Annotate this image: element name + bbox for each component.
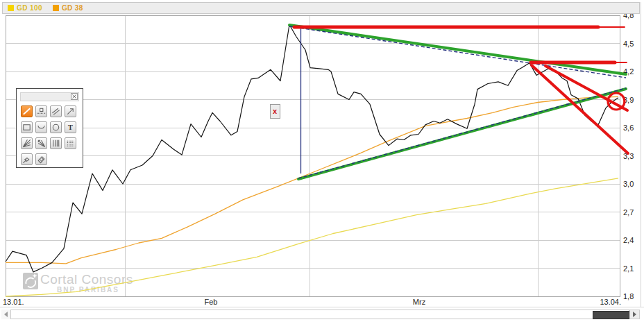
- legend-label: GD 100: [17, 4, 42, 12]
- palette-close-icon[interactable]: [71, 93, 78, 100]
- y-axis-label: 2,1: [623, 264, 634, 273]
- arc-tool-button[interactable]: [35, 121, 47, 133]
- legend-label: GD 38: [62, 4, 83, 12]
- parallel-channel-tool-button[interactable]: [50, 105, 62, 117]
- y-axis-label: 2,7: [623, 208, 634, 217]
- x-axis-label: 13.01.: [3, 298, 24, 306]
- rectangle-icon: [22, 122, 32, 133]
- x-marker-label: x: [273, 107, 278, 115]
- x-axis-label: Feb: [205, 298, 218, 306]
- fan-lines-tool-button[interactable]: [21, 137, 33, 149]
- eraser-tool-button[interactable]: [35, 153, 47, 165]
- scroll-left-button[interactable]: [1, 310, 10, 319]
- trend-arrow-tool-button[interactable]: [65, 105, 76, 117]
- arrow-fan-tool-button[interactable]: [35, 137, 47, 149]
- rectangle-tool-button[interactable]: [21, 121, 33, 133]
- delete-drawing-tool-button[interactable]: [21, 153, 33, 165]
- y-axis-label: 2,4: [623, 236, 634, 244]
- ellipse-icon: [51, 122, 61, 133]
- delete-drawing-icon: [22, 154, 32, 164]
- horizontal-line-tool-button[interactable]: [35, 105, 47, 117]
- x-axis-label: Mrz: [413, 298, 425, 306]
- drawing-toolbar-palette[interactable]: T: [16, 88, 83, 168]
- text-icon: T: [65, 122, 76, 133]
- ellipse-tool-button[interactable]: [50, 121, 62, 133]
- legend-item: GD 100: [8, 4, 42, 12]
- tool-grid: T: [21, 105, 76, 165]
- text-tool-button[interactable]: T: [65, 121, 76, 133]
- trend-line-tool-button[interactable]: [21, 105, 33, 117]
- palette-titlebar[interactable]: [20, 92, 79, 101]
- right-arrow-icon: [633, 312, 636, 317]
- horizontal-scrollbar[interactable]: [1, 310, 640, 319]
- chart-canvas[interactable]: Cortal ConsorsBNP PARIBAS4,84,54,23,93,6…: [0, 0, 644, 308]
- arrow-fan-icon: [36, 138, 46, 149]
- y-axis-label: 1,8: [623, 292, 634, 300]
- vertical-lines-tool-button[interactable]: [50, 137, 62, 149]
- grid-tool-button[interactable]: [65, 137, 76, 149]
- trend-line-icon: [22, 106, 32, 117]
- eraser-icon: [36, 154, 46, 164]
- y-axis-label: 3,0: [623, 180, 634, 188]
- arc-icon: [36, 122, 46, 133]
- legend-item: GD 38: [53, 4, 83, 12]
- legend-swatch-icon: [8, 5, 14, 11]
- watermark-brand: Cortal Consors: [40, 272, 133, 287]
- chart-legend: GD 100GD 38: [2, 2, 640, 14]
- legend-swatch-icon: [53, 5, 59, 11]
- fan-lines-icon: [22, 138, 32, 149]
- grid-icon: [65, 138, 76, 149]
- parallel-channel-icon: [51, 106, 61, 117]
- scrollbar-track[interactable]: [10, 310, 629, 319]
- vertical-lines-icon: [51, 138, 61, 149]
- scrollbar-thumb[interactable]: [593, 311, 630, 319]
- horizontal-line-icon: [36, 106, 46, 117]
- svg-text:T: T: [68, 124, 73, 131]
- y-axis-label: 3,6: [623, 124, 634, 132]
- trend-arrow-icon: [65, 106, 76, 117]
- left-arrow-icon: [4, 312, 8, 317]
- scroll-right-button[interactable]: [629, 310, 640, 319]
- x-axis-label: 13.04.: [600, 298, 621, 306]
- y-axis-label: 4,5: [623, 40, 634, 48]
